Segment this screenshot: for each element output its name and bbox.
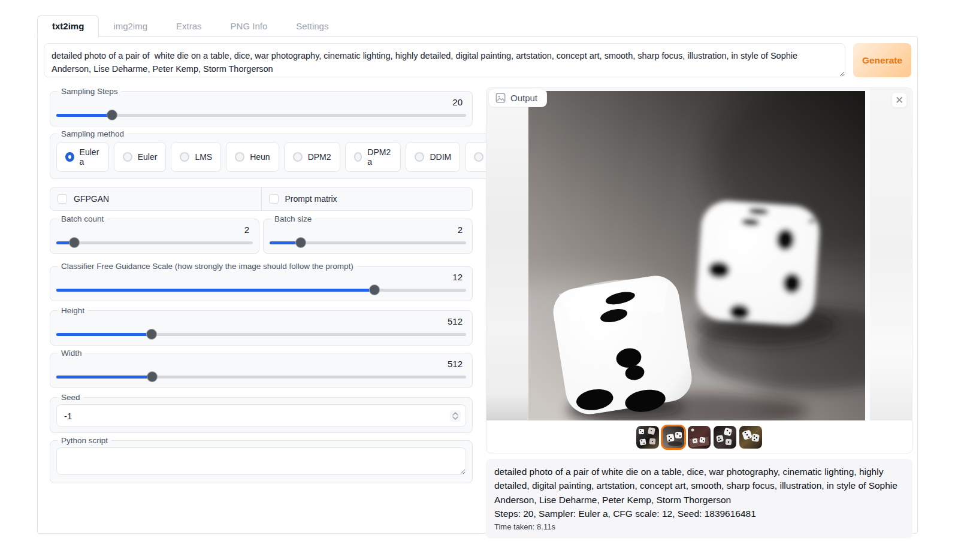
width-label: Width (58, 349, 86, 358)
output-panel: Output ✕ (486, 87, 912, 453)
output-time-text: Time taken: 8.11s (494, 522, 904, 531)
height-slider[interactable] (56, 329, 466, 340)
radio-label: DDIM (430, 152, 451, 162)
output-column: Output ✕ (486, 87, 912, 538)
output-label-text: Output (510, 93, 537, 103)
prompt-matrix-checkbox[interactable] (269, 194, 279, 204)
generated-image[interactable] (528, 91, 865, 420)
batch-size-value: 2 (270, 225, 466, 237)
gfpgan-label: GFPGAN (74, 194, 109, 204)
radio-label: DPM2 a (367, 147, 392, 167)
gallery-thumbnail-4[interactable] (714, 426, 736, 449)
radio-label: Euler (138, 152, 158, 162)
radio-euler-a[interactable]: Euler a (56, 142, 109, 172)
output-prompt-text: detailed photo of a pair of white die on… (494, 465, 904, 507)
prompt-matrix-toggle[interactable]: Prompt matrix (261, 187, 473, 210)
radio-label: DPM2 (308, 152, 331, 162)
radio-dot-icon (293, 152, 303, 162)
tab-bar: txt2img img2img Extras PNG Info Settings (37, 15, 343, 37)
slider-track (56, 114, 466, 117)
radio-dot-icon (65, 152, 74, 162)
radio-label: Euler a (80, 147, 100, 167)
cfg-scale-group: Classifier Free Guidance Scale (how stro… (50, 262, 473, 301)
seed-group: Seed (50, 393, 473, 433)
seed-input[interactable] (64, 411, 450, 421)
sampling-method-group: Sampling method Euler a Euler LMS Heun (50, 129, 527, 179)
gallery-thumbnail-5[interactable] (739, 426, 762, 449)
chevron-down-icon (452, 416, 458, 420)
batch-count-value: 2 (56, 225, 253, 237)
tab-png-info[interactable]: PNG Info (216, 16, 282, 37)
batch-row: Batch count 2 Batch size 2 (50, 214, 473, 257)
radio-label: Heun (250, 152, 270, 162)
output-info-block: detailed photo of a pair of white die on… (486, 459, 912, 538)
radio-dpm2[interactable]: DPM2 (284, 142, 340, 172)
sampling-method-options: Euler a Euler LMS Heun DPM2 (56, 140, 521, 173)
python-script-label: Python script (58, 436, 111, 445)
sampling-steps-group: Sampling Steps 20 (50, 87, 473, 126)
settings-column: Sampling Steps 20 Sampling method Euler … (50, 87, 473, 486)
tab-extras[interactable]: Extras (162, 16, 216, 37)
height-group: Height 512 (50, 306, 473, 346)
seed-inputbox (56, 404, 466, 427)
generate-button[interactable]: Generate (853, 43, 911, 77)
batch-count-label: Batch count (58, 214, 107, 223)
sampling-steps-value: 20 (56, 97, 466, 109)
height-value: 512 (56, 316, 466, 328)
radio-dot-icon (354, 152, 362, 162)
tab-img2img[interactable]: img2img (99, 16, 162, 37)
image-right-padding (870, 88, 912, 420)
slider-handle[interactable] (146, 329, 157, 340)
slider-handle[interactable] (369, 284, 380, 295)
image-icon (495, 93, 506, 103)
gfpgan-checkbox[interactable] (58, 194, 67, 204)
gallery-thumbnail-1[interactable] (636, 426, 659, 449)
batch-size-label: Batch size (271, 214, 315, 223)
seed-label: Seed (58, 393, 84, 402)
gfpgan-toggle[interactable]: GFPGAN (50, 187, 261, 210)
slider-fill (56, 289, 374, 292)
radio-heun[interactable]: Heun (226, 142, 279, 172)
slider-fill (56, 114, 112, 117)
gallery-thumbnail-2-selected[interactable] (662, 426, 685, 449)
output-image-area (486, 88, 912, 420)
radio-ddim[interactable]: DDIM (406, 142, 460, 172)
radio-dpm2-a[interactable]: DPM2 a (345, 142, 401, 172)
radio-dot-icon (123, 152, 132, 162)
tab-txt2img[interactable]: txt2img (37, 15, 99, 37)
slider-handle[interactable] (107, 110, 117, 120)
radio-dot-icon (415, 152, 424, 162)
radio-dot-icon (474, 152, 483, 162)
slider-handle[interactable] (147, 371, 158, 382)
slider-track (56, 241, 253, 244)
main-container: detailed photo of a pair of white die on… (37, 36, 918, 534)
output-panel-label: Output (489, 89, 546, 107)
sampling-method-label: Sampling method (58, 129, 128, 138)
cfg-scale-label: Classifier Free Guidance Scale (how stro… (58, 262, 357, 271)
batch-count-group: Batch count 2 (50, 214, 259, 254)
slider-fill (56, 333, 152, 336)
cfg-scale-value: 12 (56, 272, 466, 284)
toggles-row: GFPGAN Prompt matrix (50, 187, 473, 211)
sampling-steps-label: Sampling Steps (58, 87, 122, 96)
batch-size-slider[interactable] (270, 237, 466, 248)
gallery-thumbnails (486, 420, 912, 453)
prompt-input[interactable]: detailed photo of a pair of white die on… (44, 43, 845, 77)
radio-dot-icon (180, 152, 189, 162)
batch-count-slider[interactable] (56, 237, 253, 248)
slider-fill (56, 376, 152, 379)
radio-euler[interactable]: Euler (114, 142, 167, 172)
gallery-thumbnail-3[interactable] (688, 426, 711, 449)
seed-stepper[interactable] (450, 410, 461, 422)
close-icon[interactable]: ✕ (892, 93, 906, 107)
cfg-scale-slider[interactable] (56, 284, 466, 295)
sampling-steps-slider[interactable] (56, 110, 466, 120)
python-script-group: Python script (50, 436, 473, 483)
slider-handle[interactable] (69, 237, 80, 248)
width-slider[interactable] (56, 371, 466, 382)
radio-lms[interactable]: LMS (171, 142, 221, 172)
tab-settings[interactable]: Settings (282, 16, 343, 37)
slider-handle[interactable] (295, 237, 306, 248)
python-script-input[interactable] (56, 447, 466, 475)
prompt-matrix-label: Prompt matrix (285, 194, 337, 204)
